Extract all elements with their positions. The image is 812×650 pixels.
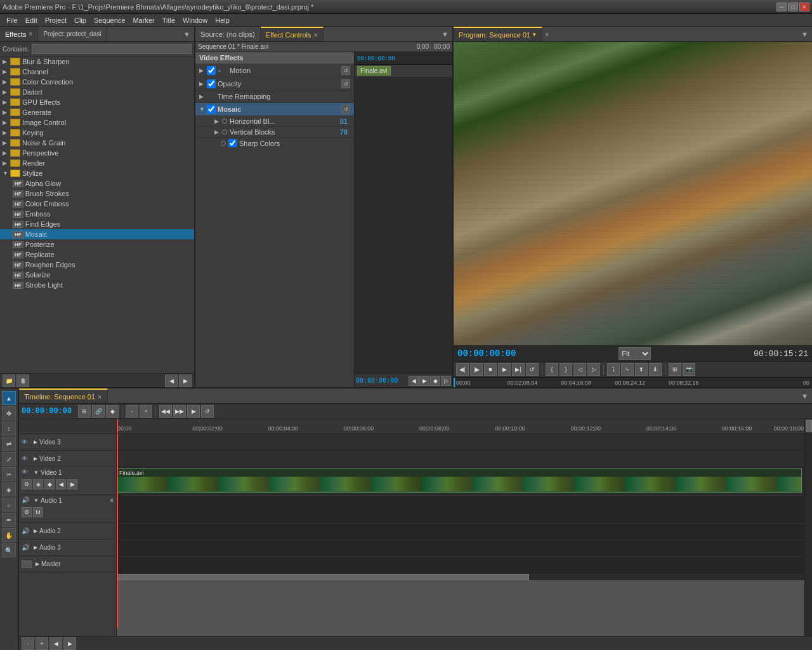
extract-button[interactable]: ⬇ xyxy=(649,363,662,376)
folder-stylize[interactable]: ▼ Stylize xyxy=(0,168,194,178)
zoom-in-button[interactable]: + xyxy=(140,405,152,418)
timeline-scrollbar-h[interactable] xyxy=(117,573,804,580)
expand-track-icon[interactable]: ▶ xyxy=(34,456,37,461)
motion-reset-button[interactable]: ↺ xyxy=(341,66,350,75)
tab-effect-controls[interactable]: Effect Controls × xyxy=(261,27,324,41)
horizontal-blocks-value[interactable]: 81 xyxy=(335,117,348,125)
out-point-button[interactable]: } xyxy=(560,363,572,376)
slide-tool[interactable]: ⬦ xyxy=(2,498,16,512)
expand-master-icon[interactable]: ▶ xyxy=(36,561,39,567)
mosaic-reset-button[interactable]: ↺ xyxy=(341,105,350,114)
folder-blur-sharpen[interactable]: ▶ Blur & Sharpen xyxy=(0,56,194,67)
prev-edit-button[interactable]: ◀◀ xyxy=(159,405,172,418)
ec-effect-motion[interactable]: ▶ ⬦ Motion ↺ xyxy=(195,64,354,77)
next-button[interactable]: ▶ xyxy=(179,375,192,387)
folder-render[interactable]: ▶ Render xyxy=(0,158,194,168)
close-program-tab[interactable]: × xyxy=(545,30,549,38)
menu-file[interactable]: File xyxy=(3,16,22,25)
video1-settings[interactable]: ⚙ xyxy=(22,479,32,489)
audio1-settings[interactable]: ⚙ xyxy=(22,507,32,517)
pen-tool[interactable]: ✒ xyxy=(2,513,16,527)
effect-emboss[interactable]: HF Emboss xyxy=(0,209,194,219)
insert-button[interactable]: ⤵ xyxy=(607,363,620,376)
mark-out[interactable]: ▷ xyxy=(587,363,600,376)
timeline-scroll-right[interactable]: ▶ xyxy=(63,637,76,650)
ec-add-keyframe[interactable]: ◆ xyxy=(430,376,440,386)
expand-down-icon[interactable]: ▼ xyxy=(199,106,207,112)
effect-roughen-edges[interactable]: HF Roughen Edges xyxy=(0,260,194,270)
play-in-to-out[interactable]: ▶ xyxy=(187,405,200,418)
play-button[interactable]: ▶ xyxy=(498,363,511,376)
folder-keying[interactable]: ▶ Keying xyxy=(0,128,194,138)
ec-panel-menu[interactable]: ▼ xyxy=(438,30,452,38)
ec-effect-opacity[interactable]: ▶ Opacity ↺ xyxy=(195,77,354,91)
maximize-button[interactable]: □ xyxy=(788,3,798,11)
hand-tool[interactable]: ✋ xyxy=(2,528,16,542)
audio-icon[interactable]: 🔊 xyxy=(22,496,32,504)
scrollbar-thumb-v[interactable] xyxy=(806,420,812,432)
ec-effect-mosaic[interactable]: ▼ Mosaic ↺ xyxy=(195,103,354,116)
effect-alpha-glow[interactable]: HF Alpha Glow xyxy=(0,178,194,189)
folder-generate[interactable]: ▶ Generate xyxy=(0,107,194,117)
menu-window[interactable]: Window xyxy=(179,16,211,25)
video1-keyframe[interactable]: ◆ xyxy=(44,479,55,489)
effect-posterize[interactable]: HF Posterize xyxy=(0,239,194,249)
snap-button[interactable]: ⊞ xyxy=(78,405,91,418)
sharp-colors-checkbox[interactable] xyxy=(228,139,237,147)
export-frame[interactable]: 📷 xyxy=(683,363,695,376)
ec-next-frame[interactable]: ▶ xyxy=(419,376,429,386)
folder-channel[interactable]: ▶ Channel xyxy=(0,67,194,77)
play-end-button[interactable]: ▶| xyxy=(512,363,525,376)
mark-in[interactable]: ◁ xyxy=(573,363,586,376)
ripple-edit-tool[interactable]: ↕ xyxy=(2,421,16,435)
audio-icon[interactable]: 🔊 xyxy=(22,527,32,535)
menu-title[interactable]: Title xyxy=(159,16,179,25)
opacity-enable-checkbox[interactable] xyxy=(207,79,216,88)
video1-mute[interactable]: ◈ xyxy=(33,479,43,489)
linked-selection-button[interactable]: 🔗 xyxy=(92,405,105,418)
stop-button[interactable]: ■ xyxy=(484,363,497,376)
folder-gpu-effects[interactable]: ▶ GPU Effects xyxy=(0,97,194,107)
menu-help[interactable]: Help xyxy=(211,16,233,25)
menu-project[interactable]: Project xyxy=(41,16,70,25)
folder-color-correction[interactable]: ▶ Color Correction xyxy=(0,77,194,87)
tab-effects[interactable]: Effects × xyxy=(0,27,38,41)
delete-button[interactable]: 🗑 xyxy=(16,375,29,387)
effect-mosaic[interactable]: HF Mosaic xyxy=(0,229,194,239)
expand-audio1-icon[interactable]: ▼ xyxy=(34,498,39,503)
folder-noise-grain[interactable]: ▶ Noise & Grain xyxy=(0,138,194,148)
lift-button[interactable]: ⬆ xyxy=(635,363,648,376)
effect-solarize[interactable]: HF Solarize xyxy=(0,270,194,280)
timeline-scroll-left[interactable]: ◀ xyxy=(49,637,62,650)
scrollbar-thumb[interactable] xyxy=(117,574,529,580)
close-ec-tab[interactable]: × xyxy=(314,31,318,39)
rolling-edit-tool[interactable]: ⇌ xyxy=(2,437,16,451)
menu-clip[interactable]: Clip xyxy=(70,16,90,25)
step-forward-button[interactable]: |▶ xyxy=(470,363,483,376)
expand-icon[interactable]: ▶ xyxy=(199,81,207,87)
timeline-scrollbar-v[interactable] xyxy=(804,419,812,636)
zoom-out-button[interactable]: - xyxy=(126,405,138,418)
vertical-blocks-value[interactable]: 78 xyxy=(335,128,348,136)
ec-effect-time-remapping[interactable]: ▶ Time Remapping xyxy=(195,91,354,103)
audio1-close-icon[interactable]: × xyxy=(110,497,114,504)
slip-tool[interactable]: ◈ xyxy=(2,482,16,496)
program-panel-menu[interactable]: ▼ xyxy=(797,30,812,38)
effect-brush-strokes[interactable]: HF Brush Strokes xyxy=(0,189,194,199)
audio1-mute[interactable]: M xyxy=(33,507,43,517)
motion-enable-checkbox[interactable] xyxy=(207,66,216,75)
menu-marker[interactable]: Marker xyxy=(129,16,158,25)
overwrite-button[interactable]: ⤷ xyxy=(621,363,634,376)
razor-tool[interactable]: ✂ xyxy=(2,467,16,481)
dropdown-icon[interactable]: ▼ xyxy=(532,32,537,37)
expand-audio2-icon[interactable]: ▶ xyxy=(34,528,37,534)
visibility-icon[interactable]: 👁 xyxy=(22,455,32,463)
mosaic-enable-checkbox[interactable] xyxy=(207,105,216,114)
select-tool[interactable]: ▲ xyxy=(2,391,16,405)
video1-prev[interactable]: ◀ xyxy=(56,479,66,489)
ec-keyframe-nav[interactable]: ▷ xyxy=(441,376,451,386)
panel-menu-button[interactable]: ▼ xyxy=(180,30,194,38)
folder-image-control[interactable]: ▶ Image Control xyxy=(0,117,194,128)
tab-timeline[interactable]: Timeline: Sequence 01 × xyxy=(19,388,108,403)
in-point-button[interactable]: { xyxy=(546,363,558,376)
